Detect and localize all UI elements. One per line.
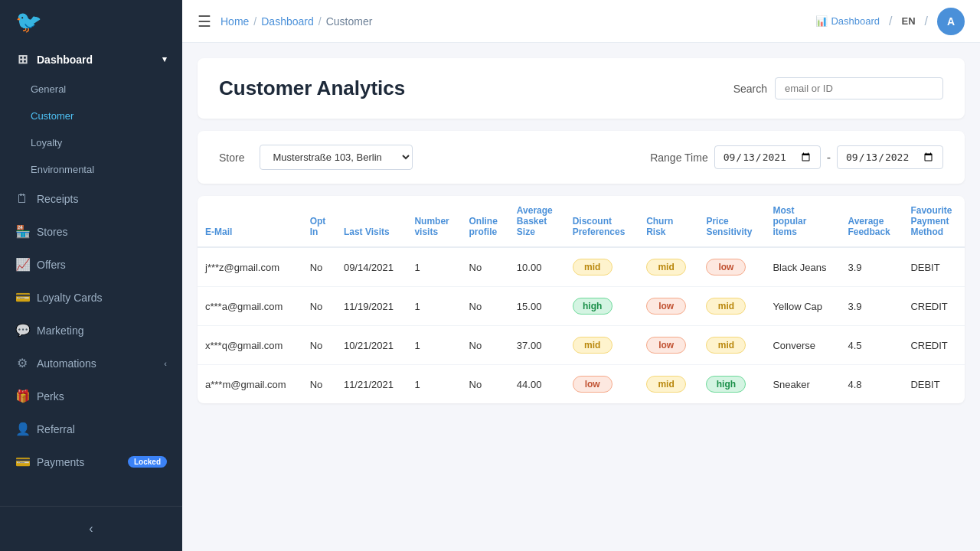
cell-opt-in: No: [302, 247, 336, 287]
referral-icon: 👤: [15, 422, 29, 436]
cell-avg-feedback: 4.8: [840, 365, 903, 404]
cell-payment-method: DEBIT: [903, 247, 965, 287]
cell-number-visits: 1: [407, 247, 461, 287]
breadcrumb-home[interactable]: Home: [220, 15, 249, 28]
sidebar-item-customer[interactable]: Customer: [0, 103, 182, 129]
sidebar-item-payments[interactable]: 💳 Payments Locked: [0, 445, 182, 478]
page-content: Customer Analytics Search Store Musterst…: [182, 43, 980, 551]
cell-avg-feedback: 3.9: [840, 247, 903, 287]
sidebar-item-label: Dashboard: [37, 54, 93, 66]
col-online-profile: Onlineprofile: [462, 196, 509, 247]
col-payment-method: FavouritePaymentMethod: [903, 196, 965, 247]
cell-online-profile: No: [462, 287, 509, 326]
sidebar-item-label: Marketing: [37, 324, 83, 337]
cell-opt-in: No: [302, 326, 336, 365]
cell-online-profile: No: [462, 365, 509, 404]
store-select[interactable]: Musterstraße 103, Berlin: [260, 145, 413, 170]
sidebar-item-offers[interactable]: 📈 Offers: [0, 248, 182, 281]
page-title: Customer Analytics: [219, 77, 405, 100]
sidebar-item-marketing[interactable]: 💬 Marketing: [0, 314, 182, 347]
cell-avg-feedback: 4.5: [840, 326, 903, 365]
price-sensitivity-badge: high: [706, 376, 746, 393]
sidebar-item-environmental[interactable]: Environmental: [0, 156, 182, 183]
search-input[interactable]: [775, 77, 943, 99]
cell-price-sensitivity: mid: [698, 326, 765, 365]
cell-email: j***z@gmail.com: [198, 247, 302, 287]
locked-badge: Locked: [128, 456, 167, 468]
cell-opt-in: No: [302, 287, 336, 326]
cell-discount-pref: mid: [565, 326, 639, 365]
sidebar-item-loyalty-cards[interactable]: 💳 Loyalty Cards: [0, 281, 182, 314]
sidebar-item-stores[interactable]: 🏪 Stores: [0, 215, 182, 248]
sidebar-item-referral[interactable]: 👤 Referral: [0, 412, 182, 445]
sidebar-item-label: Loyalty: [31, 137, 62, 148]
cell-popular-items: Sneaker: [765, 365, 840, 404]
sidebar-item-label: Environmental: [31, 164, 94, 175]
table-row: a***m@gmail.com No 11/21/2021 1 No 44.00…: [198, 365, 965, 404]
cell-basket-size: 15.00: [509, 287, 565, 326]
sidebar-item-label: Stores: [37, 226, 67, 238]
avatar[interactable]: A: [937, 8, 965, 35]
discount-badge: high: [573, 298, 612, 315]
sidebar-item-label: Automations: [37, 357, 96, 370]
sidebar-item-receipts[interactable]: 🗒 Receipts: [0, 183, 182, 215]
sidebar-item-label: Payments: [37, 456, 84, 468]
sidebar-item-loyalty[interactable]: Loyalty: [0, 129, 182, 156]
dashboard-link[interactable]: 📊 Dashboard: [815, 15, 880, 27]
stores-icon: 🏪: [15, 224, 29, 239]
cell-avg-feedback: 3.9: [840, 287, 903, 326]
sidebar-item-dashboard[interactable]: ⊞ Dashboard ▾: [0, 43, 182, 76]
cell-email: c***a@gmail.com: [198, 287, 302, 326]
collapse-sidebar-button[interactable]: ‹: [0, 513, 182, 545]
sidebar-item-perks[interactable]: 🎁 Perks: [0, 380, 182, 412]
price-sensitivity-badge: low: [706, 259, 746, 276]
date-from-input[interactable]: [714, 145, 821, 169]
topbar-right: 📊 Dashboard / EN / A: [815, 8, 965, 35]
cell-price-sensitivity: high: [698, 365, 765, 404]
date-to-input[interactable]: [837, 145, 943, 169]
automations-icon: ⚙: [15, 356, 29, 370]
churn-badge: mid: [646, 259, 686, 276]
logo-icon: 🐦: [15, 9, 42, 34]
cell-basket-size: 37.00: [509, 326, 565, 365]
col-opt-in: OptIn: [302, 196, 336, 247]
discount-badge: low: [573, 376, 612, 393]
cell-discount-pref: high: [565, 287, 639, 326]
price-sensitivity-badge: mid: [706, 337, 746, 354]
chart-icon: 📊: [815, 15, 828, 27]
table-row: x***q@gmail.com No 10/21/2021 1 No 37.00…: [198, 326, 965, 365]
sidebar-item-label: Customer: [31, 110, 74, 122]
table-card: E-Mail OptIn Last Visits Numbervisits On…: [198, 196, 965, 403]
table-row: c***a@gmail.com No 11/19/2021 1 No 15.00…: [198, 287, 965, 326]
cell-number-visits: 1: [407, 326, 461, 365]
sidebar: 🐦 ⊞ Dashboard ▾ General Customer Loyalty…: [0, 0, 182, 551]
offers-icon: 📈: [15, 257, 29, 272]
receipts-icon: 🗒: [15, 192, 29, 206]
cell-basket-size: 44.00: [509, 365, 565, 404]
cell-basket-size: 10.00: [509, 247, 565, 287]
cell-number-visits: 1: [407, 287, 461, 326]
store-label: Store: [219, 152, 244, 164]
cell-last-visits: 09/14/2021: [336, 247, 407, 287]
sidebar-item-label: Referral: [37, 423, 75, 435]
price-sensitivity-badge: mid: [706, 298, 746, 315]
sidebar-item-label: General: [31, 83, 66, 95]
table-wrapper: E-Mail OptIn Last Visits Numbervisits On…: [198, 196, 965, 403]
range-time-area: Range Time -: [650, 145, 943, 169]
cell-last-visits: 10/21/2021: [336, 326, 407, 365]
churn-badge: mid: [646, 376, 686, 393]
payments-icon: 💳: [15, 455, 29, 469]
language-selector[interactable]: EN: [901, 15, 915, 27]
hamburger-menu-button[interactable]: ☰: [198, 12, 211, 31]
sidebar-item-general[interactable]: General: [0, 76, 182, 103]
cell-price-sensitivity: low: [698, 247, 765, 287]
discount-badge: mid: [573, 337, 612, 354]
cell-email: x***q@gmail.com: [198, 326, 302, 365]
sidebar-item-automations[interactable]: ⚙ Automations ‹: [0, 347, 182, 380]
breadcrumb-dashboard[interactable]: Dashboard: [261, 15, 314, 28]
cell-churn-risk: mid: [639, 247, 698, 287]
col-number-visits: Numbervisits: [407, 196, 461, 247]
search-area: Search: [733, 77, 943, 99]
col-popular-items: Mostpopularitems: [765, 196, 840, 247]
breadcrumb: Home / Dashboard / Customer: [220, 15, 806, 28]
